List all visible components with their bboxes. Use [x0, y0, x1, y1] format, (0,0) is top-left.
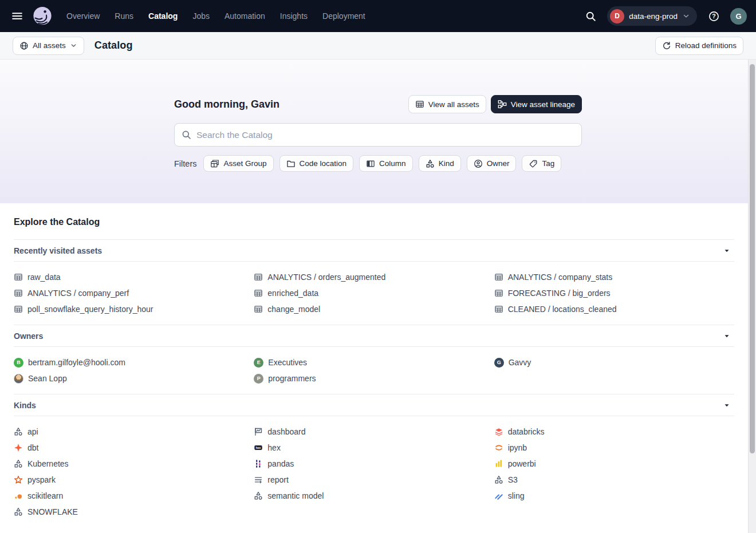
dagster-logo-icon[interactable]	[32, 6, 53, 26]
owner-link-gavvy[interactable]: GGavvy	[494, 358, 734, 368]
kind-link-snowflake[interactable]: SNOWFLAKE	[14, 507, 254, 516]
filters-label: Filters	[174, 159, 196, 168]
nav-item-jobs[interactable]: Jobs	[192, 11, 210, 21]
nav-item-catalog[interactable]: Catalog	[148, 11, 178, 21]
report-icon	[254, 475, 263, 484]
view-all-assets-button[interactable]: View all assets	[408, 95, 486, 113]
kind-link-ipynb[interactable]: ipynb	[494, 443, 734, 452]
kind-link-scikitlearn[interactable]: scikitlearn	[14, 491, 254, 500]
kind-link-kubernetes[interactable]: Kubernetes	[14, 459, 254, 468]
kind-link-databricks[interactable]: databricks	[494, 427, 734, 436]
owner-photo-avatar	[14, 374, 23, 384]
table-icon	[494, 305, 503, 314]
kind-link-dbt[interactable]: dbt	[14, 443, 254, 452]
kind-link-sling[interactable]: sling	[494, 491, 734, 500]
filters-row: Filters Asset GroupCode locationColumnKi…	[174, 155, 582, 172]
asset-link-analytics-company-stats[interactable]: ANALYTICS / company_stats	[494, 273, 734, 282]
chevron-down-icon	[70, 42, 77, 49]
collapse-section-button[interactable]	[720, 244, 733, 257]
tag-icon	[529, 159, 538, 168]
greeting: Good morning, Gavin	[174, 98, 279, 110]
search-icon	[585, 11, 596, 22]
kind-link-semantic-model[interactable]: semantic model	[254, 491, 494, 500]
lineage-icon	[498, 100, 507, 109]
catalog-hero: Good morning, Gavin View all assets View…	[0, 60, 756, 203]
filter-tag[interactable]: Tag	[522, 155, 561, 172]
vertical-scrollbar[interactable]	[748, 60, 756, 533]
kind-icon	[426, 159, 435, 168]
spark-icon	[14, 475, 23, 484]
page-title: Catalog	[94, 40, 133, 52]
table-icon	[494, 289, 503, 298]
collapse-section-button[interactable]	[720, 330, 733, 342]
owner-icon	[474, 159, 483, 168]
caret-down-icon	[723, 247, 731, 255]
owner-link-sean-lopp[interactable]: Sean Lopp	[14, 374, 254, 384]
kind-link-powerbi[interactable]: powerbi	[494, 459, 734, 468]
asset-link-poll-snowflake-query-history-hour[interactable]: poll_snowflake_query_history_hour	[14, 305, 254, 314]
kind-link-api[interactable]: api	[14, 427, 254, 436]
owners-grid: Bbertram.gilfoyle@hooli.comEExecutivesGG…	[14, 347, 734, 394]
section-kinds: Kinds apidashboarddatabricksdbthexipynbK…	[14, 394, 734, 527]
asset-link-enriched-data[interactable]: enriched_data	[254, 289, 494, 298]
powerbi-icon	[494, 459, 503, 468]
deployment-switcher[interactable]: D data-eng-prod	[607, 6, 697, 26]
kind-link-pyspark[interactable]: pyspark	[14, 475, 254, 484]
page-header: All assets Catalog Reload definitions	[0, 32, 756, 60]
kind-link-pandas[interactable]: pandas	[254, 459, 494, 468]
deployment-name: data-eng-prod	[629, 12, 678, 21]
nav-item-automation[interactable]: Automation	[225, 11, 265, 21]
asset-link-change-model[interactable]: change_model	[254, 305, 494, 314]
asset-link-forecasting-big-orders[interactable]: FORECASTING / big_orders	[494, 289, 734, 298]
kind-icon	[14, 507, 23, 516]
asset-link-raw-data[interactable]: raw_data	[14, 273, 254, 282]
dbt-icon	[14, 443, 23, 452]
menu-button[interactable]	[9, 8, 25, 24]
search-button[interactable]	[582, 7, 599, 25]
kind-icon	[254, 491, 263, 500]
search-input[interactable]	[196, 130, 574, 140]
table-icon	[14, 273, 23, 282]
reload-definitions-button[interactable]: Reload definitions	[655, 37, 743, 55]
owner-link-executives[interactable]: EExecutives	[254, 358, 494, 368]
filter-code-location[interactable]: Code location	[279, 155, 354, 172]
asset-link-cleaned-locations-cleaned[interactable]: CLEANED / locations_cleaned	[494, 305, 734, 314]
nav-item-overview[interactable]: Overview	[66, 11, 100, 21]
kind-link-dashboard[interactable]: dashboard	[254, 427, 494, 436]
filter-asset-group[interactable]: Asset Group	[203, 155, 273, 172]
asset-link-analytics-company-perf[interactable]: ANALYTICS / company_perf	[14, 289, 254, 298]
filter-kind[interactable]: Kind	[419, 155, 461, 172]
kind-link-report[interactable]: report	[254, 475, 494, 484]
main-nav: OverviewRunsCatalogJobsAutomationInsight…	[66, 11, 365, 21]
scope-button[interactable]: All assets	[13, 37, 84, 55]
catalog-search[interactable]	[174, 123, 582, 147]
filter-column[interactable]: Column	[359, 155, 413, 172]
section-title: Owners	[14, 331, 43, 341]
owner-link-bertram-gilfoyle-hooli-com[interactable]: Bbertram.gilfoyle@hooli.com	[14, 358, 254, 368]
table-icon	[415, 100, 424, 109]
table-icon	[494, 273, 503, 282]
help-icon	[708, 11, 719, 22]
nav-item-deployment[interactable]: Deployment	[322, 11, 365, 21]
kind-link-s3[interactable]: S3	[494, 475, 734, 484]
help-button[interactable]	[705, 7, 722, 25]
search-icon	[182, 130, 191, 140]
user-avatar[interactable]: G	[730, 8, 747, 25]
asset-link-analytics-orders-augmented[interactable]: ANALYTICS / orders_augmented	[254, 273, 494, 282]
owner-initial-avatar: B	[14, 358, 23, 368]
collapse-section-button[interactable]	[720, 399, 733, 412]
kind-icon	[14, 427, 23, 436]
nav-item-insights[interactable]: Insights	[280, 11, 308, 21]
kinds-grid: apidashboarddatabricksdbthexipynbKuberne…	[14, 416, 734, 527]
filter-owner[interactable]: Owner	[467, 155, 517, 172]
table-icon	[254, 289, 263, 298]
topnav-right: D data-eng-prod G	[582, 6, 747, 26]
nav-item-runs[interactable]: Runs	[115, 11, 133, 21]
scrollbar-thumb[interactable]	[750, 64, 755, 453]
recent-assets-grid: raw_dataANALYTICS / orders_augmentedANAL…	[14, 262, 734, 325]
owner-link-programmers[interactable]: Pprogrammers	[254, 374, 494, 384]
kind-link-hex[interactable]: hex	[254, 443, 494, 452]
section-title: Recently visited assets	[14, 246, 102, 255]
column-icon	[366, 159, 375, 168]
view-asset-lineage-button[interactable]: View asset lineage	[491, 95, 582, 113]
